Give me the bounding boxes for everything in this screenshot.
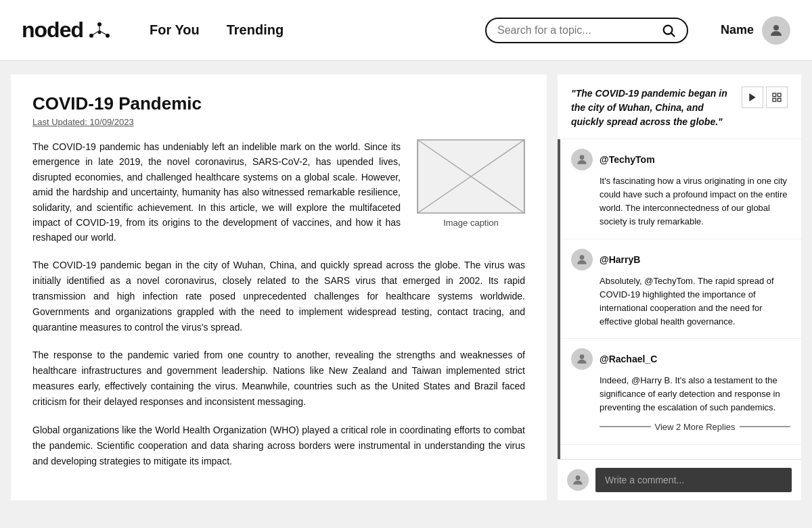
svg-point-20 [580,354,585,359]
comment-1-text: It's fascinating how a virus originating… [600,174,790,229]
body-paragraph-1: The COVID-19 pandemic began in the city … [32,258,525,335]
user-area: Name [721,16,790,45]
person-icon [768,22,784,39]
comment-1-username: @TechyTom [600,154,655,165]
search-bar [485,18,688,43]
search-icon [661,23,676,38]
svg-rect-16 [773,98,776,101]
comment-2-text: Absolutely, @TechyTom. The rapid spread … [600,274,790,329]
comment-2-header: @HarryB [571,249,790,270]
comment-2-username: @HarryB [600,254,640,265]
article-image [417,139,525,214]
search-button[interactable] [661,23,676,38]
last-updated-label: Last Updated: [32,117,87,127]
view-more-replies[interactable]: View 2 More Replies [600,415,790,435]
svg-point-19 [580,255,585,260]
sidebar-panel: "The COVID-19 pandemic began in the city… [558,74,801,500]
sidebar-quote: "The COVID-19 pandemic began in the city… [558,74,801,139]
comment-1-header: @TechyTom [571,149,790,170]
logo[interactable]: noded [22,18,112,43]
comment-input[interactable] [595,468,792,492]
person-icon [575,352,589,366]
svg-point-7 [664,25,673,34]
sidebar-quote-text: "The COVID-19 pandemic began in the city… [571,87,735,129]
user-name: Name [721,23,754,37]
main-nav: For You Trending [150,22,284,38]
svg-point-1 [89,33,93,37]
view-more-label: View 2 More Replies [655,422,736,432]
article-updated: Last Updated: 10/09/2023 [32,117,525,127]
person-icon [575,153,589,166]
article-intro: The COVID-19 pandemic has undeniably lef… [32,139,525,245]
comment-3-text: Indeed, @Harry B. It's also a testament … [600,374,790,414]
share-icon [747,92,758,103]
comment-input-area [558,459,801,500]
comment-1: @TechyTom It's fascinating how a virus o… [560,139,801,239]
person-icon [571,473,585,487]
svg-marker-13 [749,93,755,101]
comment-2: @HarryB Absolutely, @TechyTom. The rapid… [560,239,801,339]
reply-line-left [600,426,651,427]
image-caption: Image caption [443,218,499,228]
svg-rect-14 [773,93,776,97]
intro-paragraph: The COVID-19 pandemic has undeniably lef… [32,139,401,245]
body-paragraph-2: The response to the pandemic varied from… [32,347,525,410]
user-avatar[interactable] [762,16,790,45]
article-body: The COVID-19 pandemic began in the city … [32,258,525,469]
placeholder-image-svg [418,140,524,213]
current-user-avatar [567,469,589,491]
svg-rect-10 [418,140,524,213]
comment-2-avatar [571,249,593,270]
svg-point-21 [576,475,581,480]
svg-line-11 [418,140,524,213]
svg-line-12 [418,140,524,213]
header: noded For You Trending Name [0,0,812,61]
main-content: COVID-19 Pandemic Last Updated: 10/09/20… [0,74,812,500]
person-icon [575,253,589,266]
nav-for-you[interactable]: For You [150,22,200,38]
comment-3: @Rachael_C Indeed, @Harry B. It's also a… [560,339,801,444]
svg-point-0 [97,22,102,26]
article-title: COVID-19 Pandemic [32,93,525,114]
comment-3-header: @Rachael_C [571,348,790,370]
comment-1-avatar [571,149,593,170]
svg-point-2 [106,33,110,37]
svg-line-8 [671,33,675,37]
logo-text: noded [22,18,83,43]
search-input[interactable] [497,24,661,37]
quote-icon-share[interactable] [742,87,763,108]
svg-rect-15 [777,93,781,97]
comment-3-username: @Rachael_C [600,354,657,364]
comments-section: @TechyTom It's fascinating how a virus o… [558,139,801,459]
logo-network-icon [87,18,112,43]
reply-line-right [740,426,791,427]
nav-trending[interactable]: Trending [227,22,284,38]
quote-icon-grid[interactable] [766,87,788,108]
body-paragraph-3: Global organizations like the World Heal… [32,423,525,469]
last-updated-date: 10/09/2023 [90,117,134,127]
svg-point-18 [580,155,585,160]
article-image-block: Image caption [417,139,525,245]
sidebar-quote-icons [742,87,788,108]
comment-3-avatar [571,348,593,370]
article-panel: COVID-19 Pandemic Last Updated: 10/09/20… [11,74,547,500]
svg-point-9 [773,25,779,30]
grid-icon [771,92,782,103]
svg-rect-17 [777,98,781,101]
